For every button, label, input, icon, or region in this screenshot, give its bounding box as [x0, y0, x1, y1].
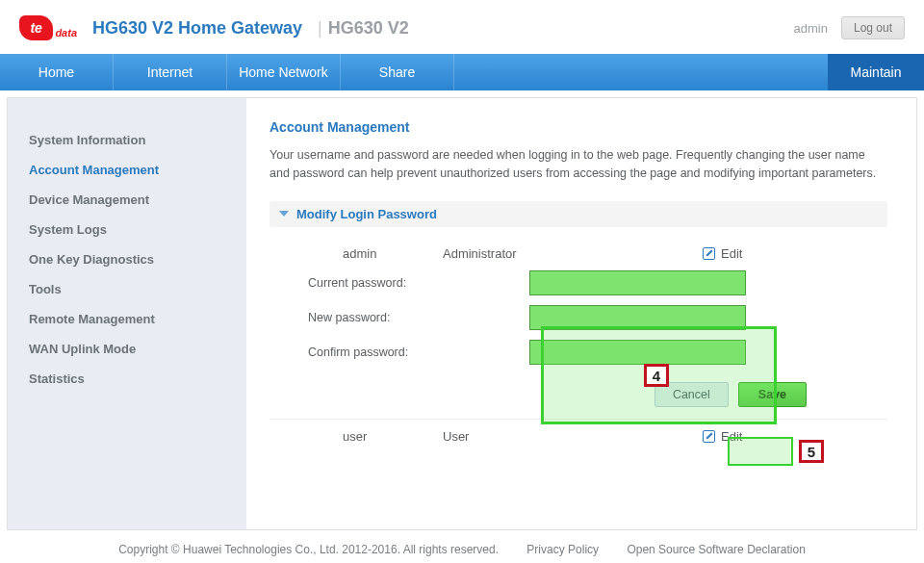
model-label: HG630 V2 [328, 18, 409, 38]
content-area: Account Management Your username and pas… [246, 98, 916, 529]
edit-icon[interactable] [703, 430, 715, 443]
sidebar-item-one-key-diagnostics[interactable]: One Key Diagnostics [29, 244, 246, 274]
logo-icon: te [19, 15, 53, 40]
account-row-user: user User Edit [270, 420, 887, 453]
account-role: User [443, 429, 664, 444]
nav-home[interactable]: Home [0, 54, 114, 90]
current-user: admin [794, 21, 828, 36]
section-title: Modify Login Password [296, 207, 437, 221]
sidebar-item-account-management[interactable]: Account Management [29, 155, 246, 185]
main-panel: System Information Account Management De… [7, 97, 917, 530]
sidebar-item-remote-management[interactable]: Remote Management [29, 304, 246, 334]
callout-5: 5 [799, 440, 824, 463]
product-title: HG630 V2 Home Gateway [92, 18, 302, 38]
footer: Copyright © Huawei Technologies Co., Ltd… [0, 543, 924, 556]
chevron-down-icon [279, 211, 289, 217]
sidebar-item-statistics[interactable]: Statistics [29, 364, 246, 394]
page-description: Your username and password are needed wh… [270, 146, 886, 184]
sidebar-item-tools[interactable]: Tools [29, 274, 246, 304]
footer-opensource-link[interactable]: Open Source Software Declaration [627, 543, 805, 556]
password-form: Current password: New password: Confirm … [270, 270, 887, 365]
section-header[interactable]: Modify Login Password [270, 201, 887, 227]
nav-home-network[interactable]: Home Network [227, 54, 341, 90]
sidebar-item-wan-uplink-mode[interactable]: WAN Uplink Mode [29, 334, 246, 364]
title-area: HG630 V2 Home Gateway | HG630 V2 [92, 18, 794, 38]
nav-maintain[interactable]: Maintain [828, 54, 924, 90]
main-nav: Home Internet Home Network Share Maintai… [0, 54, 924, 90]
confirm-password-input[interactable] [529, 340, 746, 365]
title-separator: | [318, 18, 322, 38]
page-title: Account Management [270, 119, 887, 135]
sidebar: System Information Account Management De… [8, 98, 246, 529]
account-username: user [270, 429, 443, 444]
account-edit-cell: Edit [664, 429, 887, 444]
current-password-input[interactable] [529, 270, 746, 295]
sidebar-item-device-management[interactable]: Device Management [29, 185, 246, 215]
logo: te data [19, 13, 77, 42]
new-password-label: New password: [308, 311, 529, 324]
logout-button[interactable]: Log out [841, 16, 905, 39]
user-area: admin Log out [794, 16, 905, 39]
sidebar-item-system-information[interactable]: System Information [29, 125, 246, 155]
account-row-admin: admin Administrator Edit [270, 237, 887, 270]
new-password-input[interactable] [529, 305, 746, 330]
edit-link[interactable]: Edit [721, 429, 742, 444]
nav-share[interactable]: Share [341, 54, 454, 90]
nav-internet[interactable]: Internet [114, 54, 227, 90]
footer-privacy-link[interactable]: Privacy Policy [526, 543, 599, 556]
sidebar-item-system-logs[interactable]: System Logs [29, 215, 246, 244]
edit-icon[interactable] [703, 247, 715, 260]
account-edit-cell: Edit [664, 246, 887, 261]
confirm-password-label: Confirm password: [308, 345, 529, 359]
form-buttons: Cancel Save [270, 374, 887, 417]
current-password-label: Current password: [308, 276, 529, 290]
account-role: Administrator [443, 246, 664, 261]
logo-suffix: data [55, 27, 77, 38]
footer-copyright: Copyright © Huawei Technologies Co., Ltd… [118, 543, 499, 556]
nav-spacer [454, 54, 828, 90]
save-button[interactable]: Save [738, 382, 807, 407]
callout-4: 4 [644, 364, 669, 387]
edit-link[interactable]: Edit [721, 246, 742, 261]
account-username: admin [270, 246, 443, 261]
header: te data HG630 V2 Home Gateway | HG630 V2… [0, 0, 924, 54]
